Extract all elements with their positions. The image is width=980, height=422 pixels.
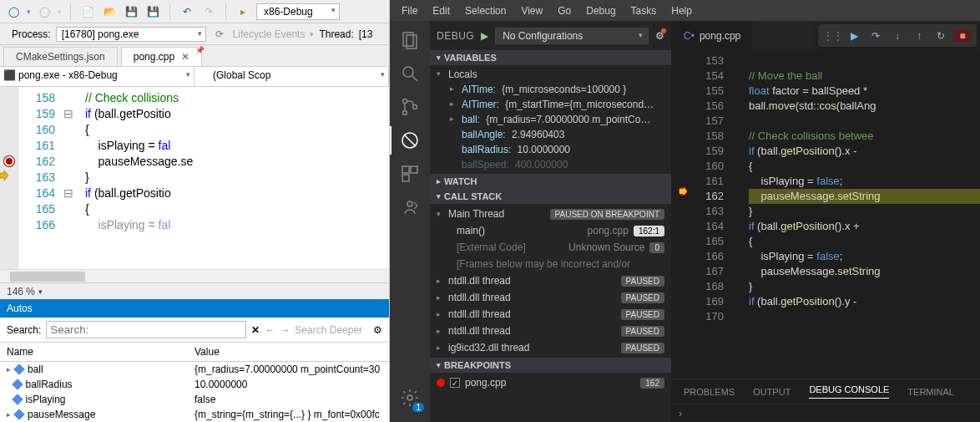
- nav-project-dropdown[interactable]: ⬛pong.exe - x86-Debug: [0, 67, 194, 86]
- vs-zoom-status[interactable]: 146 %▾: [0, 282, 389, 299]
- nav-fwd-dropdown-icon: ▾: [58, 8, 62, 16]
- menu-file[interactable]: File: [395, 3, 424, 18]
- live-share-icon[interactable]: [396, 193, 424, 221]
- manage-gear-icon[interactable]: 1: [396, 384, 424, 412]
- locals-header[interactable]: ▾Locals: [430, 67, 671, 82]
- tab-cmakesettings[interactable]: CMakeSettings.json: [3, 47, 118, 66]
- restart-icon[interactable]: ↻: [932, 30, 950, 42]
- redo-icon[interactable]: ↷: [200, 3, 217, 20]
- menu-edit[interactable]: Edit: [426, 3, 457, 18]
- new-file-icon[interactable]: 📄: [79, 3, 96, 20]
- callstack-row[interactable]: ▾Main ThreadPAUSED ON BREAKPOINT: [430, 206, 671, 222]
- start-icon[interactable]: ▸: [235, 3, 251, 20]
- open-file-icon[interactable]: 📂: [101, 3, 118, 20]
- callstack-row[interactable]: [Frames below may be incorrect and/or: [430, 256, 671, 272]
- vscode-window: FileEditSelectionViewGoDebugTasksHelp 1 …: [390, 0, 980, 422]
- col-name[interactable]: Name: [7, 346, 194, 358]
- menu-debug[interactable]: Debug: [579, 3, 622, 18]
- breakpoint-checkbox[interactable]: ✓: [450, 378, 460, 388]
- autos-row[interactable]: ▸ball{m_radius=7.00000000 m_pointCount=3…: [0, 362, 389, 377]
- autos-row[interactable]: ▸pauseMessage{m_string={m_string={...} }…: [0, 407, 389, 422]
- nav-back-icon[interactable]: ◯: [5, 3, 22, 20]
- variable-row[interactable]: ▸AITimer: {m_startTime={m_microsecond…: [430, 97, 671, 112]
- save-all-icon[interactable]: 💾: [144, 3, 161, 20]
- variables-pane-header[interactable]: ▾VARIABLES: [430, 50, 671, 65]
- save-icon[interactable]: 💾: [123, 3, 139, 20]
- panel-tab-problems[interactable]: PROBLEMS: [684, 387, 735, 397]
- thread-label: Thread:: [319, 28, 353, 40]
- clear-search-icon[interactable]: ✕: [251, 324, 260, 336]
- variable-row[interactable]: ▸AITime: {m_microseconds=100000 }: [430, 82, 671, 97]
- config-dropdown[interactable]: x86-Debug: [256, 3, 340, 20]
- current-line-arrow-icon: [0, 170, 8, 180]
- breakpoints-pane-header[interactable]: ▾BREAKPOINTS: [430, 358, 671, 373]
- callstack-row[interactable]: ▸ntdll.dll threadPAUSED: [430, 272, 671, 289]
- vs-editor-tabs: CMakeSettings.json pong.cpp📌✕: [0, 45, 389, 67]
- settings-gear-icon[interactable]: ⚙: [373, 324, 382, 336]
- pin-icon[interactable]: 📌: [195, 46, 205, 54]
- variable-row[interactable]: ▸ball: {m_radius=7.00000000 m_pointCo…: [430, 112, 671, 127]
- variable-icon: [12, 394, 23, 405]
- callstack-row[interactable]: [External Code]Unknown Source0: [430, 239, 671, 256]
- panel-tab-debug-console[interactable]: DEBUG CONSOLE: [809, 384, 889, 399]
- tab-pong-cpp[interactable]: C•pong.cpp: [672, 21, 753, 50]
- menu-view[interactable]: View: [514, 3, 549, 18]
- debug-config-dropdown[interactable]: No Configurations: [495, 28, 649, 44]
- breakpoint-row[interactable]: ✓pong.cpp162: [430, 374, 671, 391]
- breakpoint-glyph[interactable]: [4, 156, 14, 166]
- nav-back-dropdown-icon[interactable]: ▾: [27, 8, 31, 16]
- editor-horizontal-scrollbar[interactable]: [0, 269, 389, 282]
- drag-handle-icon[interactable]: ⋮⋮: [823, 30, 841, 42]
- breakpoint-current-icon[interactable]: [677, 187, 689, 200]
- step-out-icon[interactable]: ↑: [910, 30, 928, 42]
- breadcrumb[interactable]: ›: [672, 404, 980, 422]
- panel-tab-output[interactable]: OUTPUT: [753, 387, 791, 397]
- close-icon[interactable]: ✕: [181, 51, 189, 63]
- lifecycle-dropdown[interactable]: Lifecycle Events: [233, 28, 306, 40]
- debug-icon[interactable]: [396, 126, 424, 155]
- variable-row[interactable]: ballAngle: 2.94960403: [430, 127, 671, 142]
- panel-tab-terminal[interactable]: TERMINAL: [907, 387, 954, 397]
- callstack-row[interactable]: ▸ig9icd32.dll threadPAUSED: [430, 339, 671, 356]
- tab-pong-cpp[interactable]: pong.cpp📌✕: [121, 47, 202, 66]
- undo-icon[interactable]: ↶: [179, 3, 195, 20]
- step-over-icon[interactable]: ↷: [866, 30, 885, 42]
- autos-search-input[interactable]: [46, 321, 246, 338]
- watch-pane-header[interactable]: ▸WATCH: [430, 174, 671, 189]
- menu-selection[interactable]: Selection: [458, 3, 513, 18]
- source-control-icon[interactable]: [396, 93, 424, 121]
- callstack-row[interactable]: ▸ntdll.dll threadPAUSED: [430, 289, 671, 306]
- variable-row[interactable]: ballRadius: 10.0000000: [430, 142, 671, 157]
- process-dropdown[interactable]: [16780] pong.exe: [56, 27, 206, 42]
- step-into-icon[interactable]: ↓: [888, 30, 907, 42]
- cpp-file-icon: C•: [684, 30, 695, 42]
- continue-icon[interactable]: ▶: [845, 30, 863, 42]
- search-deeper-link[interactable]: Search Deeper: [295, 324, 362, 336]
- debug-settings-icon[interactable]: ⚙: [655, 30, 664, 42]
- svg-point-13: [407, 395, 412, 400]
- bottom-panel-tabs: PROBLEMSOUTPUTDEBUG CONSOLETERMINAL: [672, 379, 980, 404]
- vs-nav-dropdowns: ⬛pong.exe - x86-Debug (Global Scop: [0, 67, 389, 87]
- col-value[interactable]: Value: [194, 346, 220, 358]
- callstack-row[interactable]: main()pong.cpp162:1: [430, 222, 671, 239]
- menu-help[interactable]: Help: [664, 3, 699, 18]
- explorer-icon[interactable]: [396, 26, 424, 54]
- code-editor[interactable]: 1531541551561571581591601611621631641651…: [672, 50, 980, 379]
- autos-row[interactable]: isPlayingfalse: [0, 392, 389, 407]
- start-debug-icon[interactable]: ▶: [481, 30, 488, 42]
- visual-studio-window: ◯ ▾ ◯ ▾ 📄 📂 💾 💾 ↶ ↷ ▸ x86-Debug Process:…: [0, 0, 390, 422]
- callstack-row[interactable]: ▸ntdll.dll threadPAUSED: [430, 306, 671, 323]
- extensions-icon[interactable]: [396, 160, 424, 188]
- autos-row[interactable]: ballRadius10.0000000: [0, 377, 389, 392]
- variable-row[interactable]: ballSpeed: 400.000000: [430, 157, 671, 172]
- menu-go[interactable]: Go: [551, 3, 578, 18]
- nav-scope-dropdown[interactable]: (Global Scop: [194, 67, 389, 86]
- callstack-pane-header[interactable]: ▾CALL STACK: [430, 189, 671, 204]
- cycle-icon[interactable]: ⟳: [211, 26, 228, 43]
- search-icon[interactable]: [396, 59, 424, 88]
- debug-toolbar[interactable]: ⋮⋮ ▶ ↷ ↓ ↑ ↻ ■: [818, 24, 977, 47]
- vs-code-editor[interactable]: 158159160161162163164165166 ⊟⊟ // Check …: [0, 87, 389, 269]
- menu-tasks[interactable]: Tasks: [624, 3, 664, 18]
- callstack-row[interactable]: ▸ntdll.dll threadPAUSED: [430, 323, 671, 339]
- stop-icon[interactable]: ■: [953, 30, 972, 42]
